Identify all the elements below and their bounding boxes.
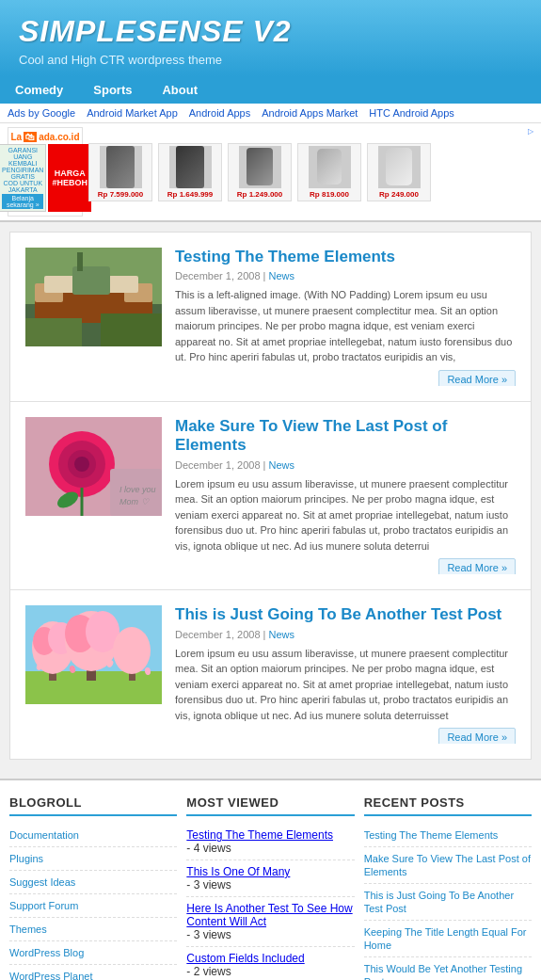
- svg-point-14: [74, 457, 89, 472]
- ad-phone-2[interactable]: Rp 1.649.999: [158, 143, 222, 201]
- svg-point-31: [113, 627, 151, 674]
- ad-link-2[interactable]: Android Apps: [189, 107, 250, 119]
- blogroll-link-7[interactable]: WordPress Planet: [9, 971, 92, 980]
- post-1-read-more: Read More »: [175, 373, 516, 386]
- main-wrapper: Testing The Theme Elements December 1, 2…: [0, 222, 541, 779]
- widget-recent-posts-title: RECENT POSTS: [364, 795, 532, 816]
- blogroll-link-1[interactable]: Documentation: [9, 829, 79, 841]
- blogroll-link-4[interactable]: Support Forum: [9, 900, 78, 911]
- blogroll-link-5[interactable]: Themes: [9, 924, 47, 935]
- post-2-category[interactable]: News: [268, 459, 294, 471]
- post-3-content: This is Just Going To Be Another Test Po…: [175, 605, 516, 744]
- post-2-thumbnail: I love you Mom ♡: [25, 417, 162, 516]
- post-1-read-more-link[interactable]: Read More »: [438, 370, 516, 386]
- ad-phone-4[interactable]: Rp 819.000: [297, 143, 361, 201]
- post-2-content: Make Sure To View The Last Post of Eleme…: [175, 417, 516, 574]
- recent-post-link-2[interactable]: Make Sure To View The Last Post of Eleme…: [364, 853, 531, 877]
- post-3-read-more: Read More »: [175, 731, 516, 744]
- content-area: Testing The Theme Elements December 1, 2…: [9, 232, 532, 760]
- post-1: Testing The Theme Elements December 1, 2…: [10, 233, 531, 402]
- ads-by-google-link[interactable]: Ads by Google: [8, 107, 75, 119]
- site-title: SIMPLESENSE V2: [19, 14, 522, 49]
- most-viewed-link-2[interactable]: This Is One Of Many: [186, 865, 290, 878]
- post-2-title[interactable]: Make Sure To View The Last Post of Eleme…: [175, 417, 516, 456]
- blogroll-link-6[interactable]: WordPress Blog: [9, 947, 84, 958]
- blogroll-list: Documentation Plugins Suggest Ideas Supp…: [9, 824, 177, 980]
- most-viewed-link-1[interactable]: Testing The Theme Elements: [186, 828, 333, 842]
- recent-post-link-4[interactable]: Keeping The Title Length Equal For Home: [364, 926, 527, 951]
- list-item: WordPress Blog: [9, 941, 177, 965]
- main-nav: Comedy Sports About: [0, 76, 541, 104]
- ad-lazada[interactable]: La 🛍 ada.co.id GARANSI UANG KEMBALI PENG…: [8, 127, 83, 217]
- post-1-title[interactable]: Testing The Theme Elements: [175, 248, 516, 266]
- widget-recent-posts: RECENT POSTS Testing The Theme Elements …: [364, 795, 532, 980]
- widget-most-viewed: MOST VIEWED Testing The Theme Elements -…: [186, 795, 354, 980]
- svg-text:Mom ♡: Mom ♡: [119, 497, 150, 506]
- blogroll-link-3[interactable]: Suggest Ideas: [9, 876, 75, 888]
- post-1-content: Testing The Theme Elements December 1, 2…: [175, 248, 516, 386]
- svg-rect-6: [25, 318, 82, 346]
- list-item: Keeping The Title Length Equal For Home: [364, 921, 532, 957]
- svg-rect-7: [101, 313, 162, 346]
- header: SIMPLESENSE V2 Cool and High CTR wordpre…: [0, 0, 541, 104]
- nav-item-about[interactable]: About: [147, 76, 213, 104]
- list-item: Documentation: [9, 824, 177, 847]
- most-viewed-link-3[interactable]: Here Is Another Test To See How Content …: [186, 902, 352, 928]
- list-item: Make Sure To View The Last Post of Eleme…: [364, 847, 532, 884]
- recent-post-link-5[interactable]: This Would Be Yet Another Testing Post: [364, 963, 522, 980]
- list-item: Plugins: [9, 847, 177, 871]
- post-3-thumbnail: [25, 605, 162, 704]
- recent-post-link-1[interactable]: Testing The Theme Elements: [364, 829, 499, 841]
- list-item: This is Just Going To Be Another Test Po…: [364, 884, 532, 921]
- post-2-read-more-link[interactable]: Read More »: [438, 558, 516, 574]
- most-viewed-link-4[interactable]: Custom Fields Included: [186, 952, 304, 965]
- post-3-read-more-link[interactable]: Read More »: [438, 728, 516, 744]
- recent-posts-list: Testing The Theme Elements Make Sure To …: [364, 824, 532, 980]
- post-1-meta: December 1, 2008 | News: [175, 270, 516, 281]
- ad-link-1[interactable]: Android Market App: [87, 107, 178, 119]
- footer-widgets: BLOGROLL Documentation Plugins Suggest I…: [0, 779, 541, 980]
- list-item: WordPress Planet: [9, 965, 177, 980]
- post-3-excerpt: Lorem ipsum eu usu assum liberavisse, ut…: [175, 646, 516, 724]
- list-item: Testing The Theme Elements: [364, 824, 532, 847]
- post-1-category[interactable]: News: [268, 270, 294, 281]
- post-3-title[interactable]: This is Just Going To Be Another Test Po…: [175, 605, 516, 624]
- post-2-excerpt: Lorem ipsum eu usu assum liberavisse, ut…: [175, 476, 516, 554]
- list-item: Suggest Ideas: [9, 871, 177, 894]
- list-item: This Would Be Yet Another Testing Post: [364, 957, 532, 980]
- nav-item-sports[interactable]: Sports: [78, 76, 147, 104]
- ad-link-4[interactable]: HTC Android Apps: [369, 107, 454, 119]
- list-item: Here Is Another Test To See How Content …: [186, 897, 354, 947]
- svg-rect-9: [77, 252, 83, 271]
- ad-phone-3[interactable]: Rp 1.249.000: [228, 143, 292, 201]
- list-item: Themes: [9, 918, 177, 941]
- ad-phone-1[interactable]: Rp 7.599.000: [88, 143, 152, 201]
- most-viewed-list: Testing The Theme Elements - 4 views Thi…: [186, 824, 354, 980]
- post-3-meta: December 1, 2008 | News: [175, 629, 516, 640]
- post-2-read-more: Read More »: [175, 561, 516, 574]
- list-item: This Is One Of Many - 3 views: [186, 860, 354, 897]
- post-1-thumbnail: [25, 248, 162, 346]
- widget-blogroll: BLOGROLL Documentation Plugins Suggest I…: [9, 795, 177, 980]
- post-1-excerpt: This is a left-aligned image. (With NO P…: [175, 287, 516, 365]
- post-3: This is Just Going To Be Another Test Po…: [10, 590, 531, 759]
- nav-item-comedy[interactable]: Comedy: [0, 76, 78, 104]
- widget-blogroll-title: BLOGROLL: [9, 795, 177, 816]
- post-2: I love you Mom ♡ Make Sure To View The L…: [10, 402, 531, 590]
- ad-banner: La 🛍 ada.co.id GARANSI UANG KEMBALI PENG…: [0, 123, 541, 222]
- blogroll-link-2[interactable]: Plugins: [9, 853, 43, 864]
- list-item: Support Forum: [9, 894, 177, 918]
- ad-google-label: ▷: [528, 127, 533, 136]
- recent-post-link-3[interactable]: This is Just Going To Be Another Test Po…: [364, 890, 514, 914]
- list-item: Testing The Theme Elements - 4 views: [186, 824, 354, 860]
- site-tagline: Cool and High CTR wordpress theme: [19, 49, 522, 76]
- ads-bar: Ads by Google Android Market App Android…: [0, 104, 541, 123]
- post-2-meta: December 1, 2008 | News: [175, 459, 516, 471]
- list-item: Custom Fields Included - 2 views: [186, 947, 354, 980]
- widget-most-viewed-title: MOST VIEWED: [186, 795, 354, 816]
- post-3-category[interactable]: News: [268, 629, 294, 640]
- ad-phone-5[interactable]: Rp 249.000: [367, 143, 431, 201]
- svg-text:I love you: I love you: [119, 485, 156, 494]
- ad-link-3[interactable]: Android Apps Market: [262, 107, 358, 119]
